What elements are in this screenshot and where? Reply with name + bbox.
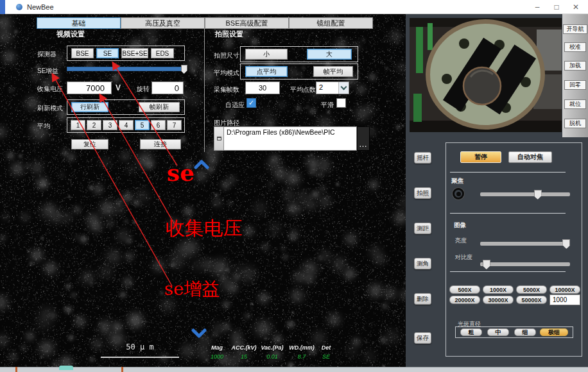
minimize-icon[interactable]: – — [528, 0, 547, 14]
annotation-voltage: 收集电压 — [166, 216, 243, 242]
brightness-slider[interactable] — [480, 242, 570, 246]
status-value: 8.7 — [285, 353, 318, 360]
measure-distance-button[interactable]: 测距 — [414, 223, 431, 234]
nav-load-button[interactable]: 加载 — [564, 61, 586, 71]
annotation-arrows — [0, 14, 406, 367]
spot-ultrafine-button[interactable]: 极细 — [540, 328, 568, 336]
desktop-sliver — [0, 0, 5, 14]
mag-1000x-button[interactable]: 1000X — [483, 285, 514, 294]
status-wd: WD.(mm) 8.7 — [285, 344, 318, 360]
arrow-gain — [53, 74, 172, 286]
contrast-slider[interactable] — [480, 262, 570, 266]
chamber-camera-view — [410, 18, 562, 132]
taskbar-tick — [15, 367, 17, 372]
arrow-se — [113, 63, 177, 165]
divider — [450, 172, 566, 173]
divider — [450, 213, 566, 214]
measure-angle-button[interactable]: 测角 — [414, 258, 431, 269]
status-label: Mag — [205, 344, 229, 351]
delete-button[interactable]: 删除 — [414, 293, 431, 305]
mag-20000x-button[interactable]: 20000X — [449, 296, 480, 304]
pause-button[interactable]: 暂停 — [460, 151, 501, 163]
sem-viewport: 基础 高压及真空 BSE高级配置 镜组配置 视频设置 探测器 BSE SE BS… — [0, 14, 406, 367]
taskbar-tick — [121, 367, 123, 372]
sidebar: 开导航 校准 加载 回零 就位 脱机 摇杆 拍照 测距 测角 删除 保存 暂停 … — [406, 14, 588, 367]
status-value: 1000 — [205, 353, 229, 360]
mag-50000x-button[interactable]: 50000X — [516, 296, 547, 304]
status-label: Vac.(Pa) — [258, 344, 286, 351]
autofocus-button[interactable]: 自动对焦 — [508, 151, 552, 163]
taskbar-strip — [0, 367, 588, 372]
image-section-label: 图像 — [454, 221, 466, 230]
scale-label: 50 μ m — [101, 342, 179, 351]
nav-home-button[interactable]: 回零 — [564, 80, 586, 90]
control-panel: 暂停 自动对焦 聚焦 图像 亮度 对比度 500X 1000X 5000X 10… — [445, 142, 582, 357]
mag-custom-input[interactable] — [549, 294, 580, 305]
brightness-slider-thumb[interactable] — [562, 239, 570, 249]
contrast-slider-thumb[interactable] — [483, 260, 490, 269]
mag-500x-button[interactable]: 500X — [449, 285, 480, 294]
divider — [450, 271, 566, 272]
status-det: Det SE — [317, 344, 335, 360]
annotation-se: se — [167, 159, 195, 186]
mag-10000x-button[interactable]: 10000X — [549, 285, 580, 294]
nav-calibrate-button[interactable]: 校准 — [564, 42, 586, 52]
arrow-voltage — [100, 95, 175, 224]
close-icon[interactable]: ✕ — [566, 0, 585, 14]
nav-in-position-button[interactable]: 就位 — [564, 99, 586, 109]
spot-coarse-button[interactable]: 粗 — [460, 328, 482, 336]
save-button[interactable]: 保存 — [414, 332, 431, 344]
taskbar-artifact — [59, 366, 73, 370]
focus-slider-thumb[interactable] — [534, 190, 542, 199]
app-icon — [16, 4, 22, 10]
status-value: 15 — [229, 353, 259, 360]
status-vac: Vac.(Pa) 0.01 — [258, 344, 286, 360]
status-mag: Mag 1000 — [205, 344, 229, 360]
brightness-label: 亮度 — [455, 237, 467, 245]
joystick-button[interactable]: 摇杆 — [414, 152, 431, 164]
status-label: ACC.(kV) — [229, 344, 259, 351]
focus-label: 聚焦 — [451, 177, 463, 185]
status-label: Det — [317, 344, 335, 351]
maximize-icon[interactable]: □ — [547, 0, 566, 14]
capture-button[interactable]: 拍照 — [414, 187, 431, 199]
status-label: WD.(mm) — [285, 344, 318, 351]
mag-5000x-button[interactable]: 5000X — [516, 285, 547, 294]
window-title: NewBee — [27, 3, 54, 11]
annotation-gain: se增益 — [164, 277, 220, 301]
nav-offline-button[interactable]: 脱机 — [564, 119, 586, 128]
status-value: 0.01 — [258, 353, 286, 360]
focus-slider[interactable] — [480, 192, 570, 196]
status-acc: ACC.(kV) 15 — [229, 344, 259, 360]
scale-bar — [101, 357, 179, 358]
status-value: SE — [317, 353, 335, 360]
nav-open-navigation-button[interactable]: 开导航 — [563, 24, 587, 34]
title-bar — [0, 0, 588, 14]
contrast-label: 对比度 — [455, 253, 472, 262]
focus-target-icon — [453, 188, 464, 199]
spot-fine-button[interactable]: 细 — [514, 328, 536, 336]
spot-medium-button[interactable]: 中 — [487, 328, 509, 336]
mag-30000x-button[interactable]: 30000X — [483, 296, 514, 304]
